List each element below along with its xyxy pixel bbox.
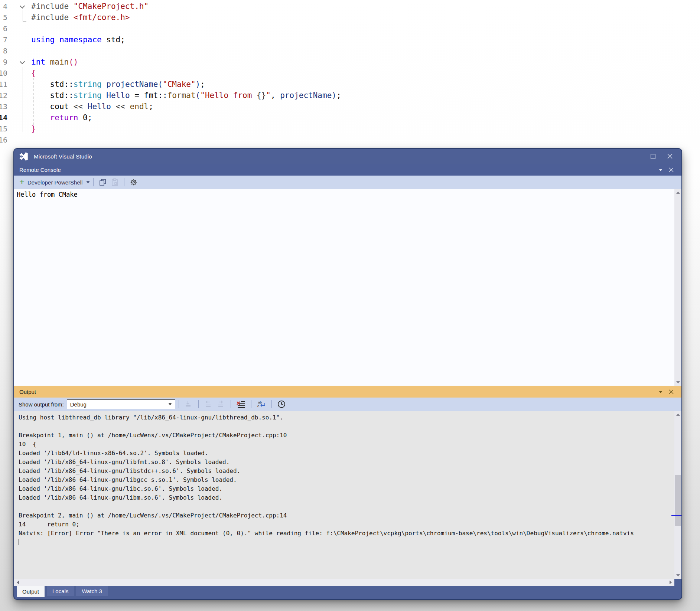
scroll-right-icon[interactable] — [667, 579, 674, 586]
copy-button[interactable] — [99, 178, 107, 186]
line-number[interactable]: 4 — [0, 1, 7, 12]
output-cursor-line — [19, 538, 672, 547]
collapse-chevron-icon[interactable] — [19, 56, 26, 68]
code-text: { — [31, 68, 36, 79]
code-line[interactable]: 11 std::string projectName("CMake"); — [0, 79, 446, 90]
code-line[interactable]: 15} — [0, 123, 446, 134]
code-text: std::string projectName("CMake"); — [31, 79, 205, 90]
output-line: Breakpoint 1, main () at /home/LucWens/.… — [19, 431, 672, 440]
scroll-left-icon[interactable] — [14, 579, 22, 586]
scrollbar-current-line-marker — [671, 515, 681, 516]
line-number[interactable]: 11 — [0, 79, 7, 90]
scroll-down-icon[interactable] — [674, 379, 681, 386]
output-line: Loaded '/lib/x86_64-linux-gnu/libgcc_s.s… — [19, 476, 672, 484]
code-line[interactable]: 4#include "CMakeProject.h" — [0, 1, 446, 12]
tab-output[interactable]: Output — [17, 586, 45, 597]
code-line[interactable]: 12 std::string Hello = fmt::format("Hell… — [0, 90, 446, 101]
panel-menu-icon — [659, 169, 662, 171]
line-number[interactable]: 5 — [0, 12, 7, 23]
close-icon — [669, 167, 674, 172]
goto-message-icon — [184, 400, 193, 408]
svg-text:ab: ab — [258, 401, 262, 404]
output-panel-title: Output — [19, 389, 36, 395]
output-line: 14 return 0; — [19, 520, 672, 529]
output-line: Loaded '/lib/x86_64-linux-gnu/libc.so.6'… — [19, 484, 672, 493]
output-line: Natvis: [Error] Error "There is an error… — [19, 529, 672, 538]
code-editor[interactable]: 4#include "CMakeProject.h"5#include <fmt… — [0, 1, 446, 147]
output-vertical-scrollbar[interactable] — [674, 411, 681, 579]
output-horizontal-scrollbar[interactable] — [14, 579, 674, 586]
toolbar-separator — [198, 400, 199, 408]
goto-message-button[interactable] — [184, 400, 193, 408]
output-line — [19, 502, 672, 511]
clear-all-button[interactable] — [236, 400, 246, 408]
code-text: int main() — [31, 56, 78, 68]
line-number[interactable]: 9 — [0, 56, 7, 68]
scope-guide-main — [23, 67, 26, 132]
line-number[interactable]: 7 — [0, 34, 7, 45]
code-line[interactable]: 8 — [0, 45, 446, 56]
previous-message-button[interactable] — [204, 400, 213, 408]
settings-icon — [130, 178, 138, 186]
line-number[interactable]: 16 — [0, 134, 7, 146]
next-message-button[interactable] — [216, 400, 225, 408]
add-terminal-icon[interactable]: + — [19, 178, 25, 186]
word-wrap-button[interactable]: ab c — [257, 400, 266, 408]
visual-studio-window: Microsoft Visual Studio Remote Console +… — [13, 148, 682, 600]
maximize-icon — [651, 154, 655, 159]
line-number[interactable]: 8 — [0, 45, 7, 56]
dropdown-arrow-icon — [169, 403, 172, 405]
previous-message-icon — [204, 400, 213, 408]
remote-console-close-button[interactable] — [666, 166, 676, 174]
output-log[interactable]: Using host libthread_db library "/lib/x8… — [14, 411, 681, 579]
output-line: Breakpoint 2, main () at /home/LucWens/.… — [19, 511, 672, 520]
maximize-button[interactable] — [644, 150, 661, 162]
panel-menu-icon — [659, 391, 662, 393]
scrollbar-thumb[interactable] — [675, 475, 681, 526]
toolbar-separator — [271, 400, 272, 408]
console-vertical-scrollbar[interactable] — [674, 189, 681, 386]
line-number[interactable]: 14 — [0, 112, 7, 123]
console-settings-button[interactable] — [130, 178, 138, 186]
window-titlebar[interactable]: Microsoft Visual Studio — [14, 149, 681, 164]
line-number[interactable]: 13 — [0, 101, 7, 112]
output-source-dropdown[interactable]: Debug — [67, 399, 175, 409]
output-panel-header: Output — [14, 386, 681, 398]
code-text: std::string Hello = fmt::format("Hello f… — [31, 90, 341, 101]
code-line[interactable]: 16 — [0, 134, 446, 146]
code-line[interactable]: 14 return 0; — [0, 112, 446, 123]
console-text: Hello from CMake — [14, 189, 681, 198]
next-message-icon — [216, 400, 225, 408]
output-close-button[interactable] — [666, 388, 676, 396]
remote-console-output[interactable]: Hello from CMake — [14, 189, 681, 386]
code-line[interactable]: 13 cout << Hello << endl; — [0, 101, 446, 112]
shell-selector-button[interactable]: Developer PowerShell — [27, 179, 90, 186]
line-number[interactable]: 15 — [0, 123, 7, 134]
timestamp-button[interactable] — [277, 400, 286, 409]
line-number[interactable]: 12 — [0, 90, 7, 101]
output-line: Loaded '/lib/x86_64-linux-gnu/libstdc++.… — [19, 467, 672, 476]
code-line[interactable]: 6 — [0, 23, 446, 34]
output-line: Loaded '/lib64/ld-linux-x86-64.so.2'. Sy… — [19, 449, 672, 458]
code-line[interactable]: 10{ — [0, 68, 446, 79]
remote-console-menu-button[interactable] — [655, 166, 666, 174]
close-icon — [669, 389, 674, 394]
scroll-up-icon[interactable] — [674, 189, 681, 196]
tab-watch-3[interactable]: Watch 3 — [76, 586, 107, 596]
output-menu-button[interactable] — [655, 388, 666, 396]
paste-button[interactable] — [111, 178, 119, 186]
code-line[interactable]: 9int main() — [0, 56, 446, 68]
code-line[interactable]: 7using namespace std; — [0, 34, 446, 45]
text-cursor — [19, 539, 19, 545]
output-line — [19, 422, 672, 431]
scroll-up-icon[interactable] — [674, 411, 681, 418]
output-toolbar: Show output from: Debug — [14, 398, 681, 411]
code-line[interactable]: 5#include <fmt/core.h> — [0, 12, 446, 23]
scope-guide-include — [23, 10, 26, 22]
close-button[interactable] — [661, 150, 678, 162]
copy-icon — [99, 178, 107, 186]
line-number[interactable]: 10 — [0, 68, 7, 79]
scroll-down-icon[interactable] — [674, 572, 681, 579]
line-number[interactable]: 6 — [0, 23, 7, 34]
tab-locals[interactable]: Locals — [47, 586, 74, 596]
